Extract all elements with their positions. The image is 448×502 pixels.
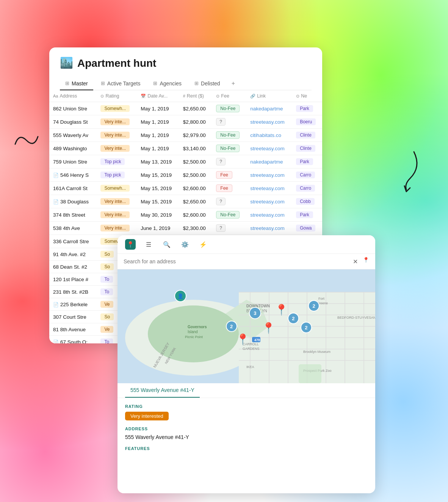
cell-rent: $2,650.00: [179, 102, 213, 115]
map-location-pin-dark-1[interactable]: 📍: [275, 304, 288, 316]
cell-date: May 1, 2019: [137, 129, 179, 142]
toolbar-filter-icon[interactable]: ⚡: [198, 239, 208, 250]
map-location-pin-orange[interactable]: 📍: [236, 333, 249, 346]
toolbar-search-icon[interactable]: 🔍: [161, 239, 172, 250]
cell-rent: $2,650.00: [179, 195, 213, 208]
map-pin-cluster-2a[interactable]: 2: [226, 321, 237, 332]
cell-date: May 13, 2019: [137, 155, 179, 168]
cell-address: 489 Washingto: [49, 142, 97, 155]
toolbar-settings-icon[interactable]: ⚙️: [180, 239, 190, 250]
table-row[interactable]: 374 8th StreetVery inte...May 30, 2019$2…: [49, 208, 322, 222]
rating-badge: Very inte...: [100, 225, 130, 231]
address-label: ADDRESS: [125, 426, 368, 431]
rating-badge: Top pick: [100, 158, 125, 165]
rating-badge: Somewh...: [100, 105, 130, 112]
rating-label: RATING: [125, 404, 368, 409]
cell-rent: $2,300.00: [179, 222, 213, 235]
map-location-icon[interactable]: 📍: [363, 257, 369, 266]
neighborhood-badge: Clinte: [296, 132, 315, 138]
toolbar-menu-icon[interactable]: ☰: [143, 239, 154, 250]
cell-address: 120 1st Place #: [49, 273, 97, 286]
cell-link: streeteasy.com: [246, 208, 292, 222]
cell-fee: ?: [212, 155, 246, 168]
cell-neighborhood: Clinte: [292, 129, 322, 142]
cell-date: May 30, 2019: [137, 208, 179, 222]
table-row[interactable]: 161A Carroll StSomewh...May 15, 2019$2,6…: [49, 182, 322, 195]
detail-tab-address[interactable]: 555 Waverly Avenue #41-Y: [125, 383, 200, 398]
map-location-pin-dark-2[interactable]: 📍: [262, 322, 275, 334]
map-pin-person[interactable]: 👤: [174, 290, 186, 302]
toolbar-location-icon[interactable]: 📍: [125, 239, 136, 250]
cell-fee: No-Fee: [212, 129, 246, 142]
cell-fee: ?: [212, 115, 246, 129]
cell-rent: $2,600.00: [179, 208, 213, 222]
cell-neighborhood: Cobb: [292, 195, 322, 208]
detail-panel: 555 Waverly Avenue #41-Y RATING Very int…: [117, 383, 375, 461]
features-label: FEATURES: [125, 446, 368, 451]
svg-text:BEDFORD-STUYVESANT: BEDFORD-STUYVESANT: [337, 316, 375, 319]
table-row[interactable]: 📄546 Henry STop pickMay 15, 2019$2,500.0…: [49, 168, 322, 182]
map-toolbar: 📍 ☰ 🔍 ⚙️ ⚡: [117, 235, 375, 254]
cell-rating: Very inte...: [97, 142, 137, 155]
cell-fee: Fee: [212, 182, 246, 195]
fee-badge: No-Fee: [216, 145, 240, 152]
table-row[interactable]: 555 Waverly AvVery inte...May 1, 2019$2,…: [49, 129, 322, 142]
rating-badge: Ve: [100, 301, 113, 308]
cell-fee: No-Fee: [212, 102, 246, 115]
cell-link: streeteasy.com: [246, 222, 292, 235]
cell-rating: Very inte...: [97, 222, 137, 235]
map-search-close-icon[interactable]: ✕: [351, 257, 360, 266]
map-pin-cluster-2d[interactable]: 2: [301, 322, 312, 333]
rating-badge: So: [100, 263, 114, 270]
cell-fee: ?: [212, 222, 246, 235]
fee-badge: No-Fee: [216, 131, 240, 139]
map-area[interactable]: Governors Island Picnic Point DOWNTOWN B…: [117, 269, 375, 383]
neighborhood-badge: Park: [296, 105, 313, 112]
table-row[interactable]: 759 Union StreTop pickMay 13, 2019$2,500…: [49, 155, 322, 168]
table-row[interactable]: 📄38 DouglassVery inte...May 15, 2019$2,6…: [49, 195, 322, 208]
cell-fee: ?: [212, 195, 246, 208]
tab-delisted[interactable]: ⊞ Delisted: [189, 77, 226, 90]
tab-agencies[interactable]: ⊞ Agencies: [148, 77, 187, 90]
rating-badge: So: [100, 251, 114, 258]
map-search-icons: ✕ 📍: [351, 257, 369, 266]
map-pin-cluster-3[interactable]: 3: [249, 307, 261, 319]
table-row[interactable]: 862 Union StreSomewh...May 1, 2019$2,650…: [49, 102, 322, 115]
rating-badge: Top pick: [100, 172, 125, 178]
map-pin-cluster-2b[interactable]: 2: [288, 313, 299, 324]
doc-icon: 📄: [53, 173, 59, 178]
cell-link: nakedapartme: [246, 102, 292, 115]
col-rating: ⊙Rating: [97, 90, 137, 102]
detail-address-section: ADDRESS 555 Waverly Avenue #41-Y: [125, 426, 368, 440]
cell-rating: Very inte...: [97, 195, 137, 208]
tab-master[interactable]: ⊞ Master: [60, 77, 93, 90]
cell-neighborhood: Carro: [292, 168, 322, 182]
neighborhood-badge: Carro: [296, 185, 315, 192]
fee-badge: Fee: [216, 171, 232, 179]
table-row[interactable]: 489 WashingtoVery inte...May 1, 2019$3,1…: [49, 142, 322, 155]
cell-link: citihabitats.co: [246, 129, 292, 142]
cell-address: 68 Dean St. #2: [49, 261, 97, 273]
table-row[interactable]: 74 Douglass StVery inte...May 1, 2019$2,…: [49, 115, 322, 129]
cell-address: 📄225 Berkele: [49, 298, 97, 311]
cell-address: 74 Douglass St: [49, 115, 97, 129]
cell-address: 374 8th Street: [49, 208, 97, 222]
card-header: 🏙️ Apartment hunt ⊞ Master ⊞ Active Targ…: [49, 47, 322, 90]
cell-address: 307 Court Stre: [49, 311, 97, 323]
map-search-input[interactable]: [124, 258, 347, 264]
tab-active-targets[interactable]: ⊞ Active Targets: [96, 77, 146, 90]
cell-neighborhood: Boeru: [292, 115, 322, 129]
tab-add-button[interactable]: +: [228, 77, 239, 90]
map-pin-cluster-2c[interactable]: 2: [308, 300, 320, 312]
cell-link: streeteasy.com: [246, 168, 292, 182]
tab-active-targets-label: Active Targets: [107, 80, 141, 87]
cell-address: 91 4th Ave. #2: [49, 248, 97, 261]
cell-rating: Somewh...: [97, 182, 137, 195]
detail-tab-row: 555 Waverly Avenue #41-Y: [117, 383, 375, 398]
table-row[interactable]: 538 4th AveVery inte...June 1, 2019$2,30…: [49, 222, 322, 235]
fee-badge: No-Fee: [216, 211, 240, 219]
neighborhood-badge: Boeru: [296, 118, 316, 125]
col-rent: #Rent ($): [179, 90, 213, 102]
cell-rent: $2,500.00: [179, 155, 213, 168]
svg-text:Brooklyn Museum: Brooklyn Museum: [303, 350, 331, 354]
